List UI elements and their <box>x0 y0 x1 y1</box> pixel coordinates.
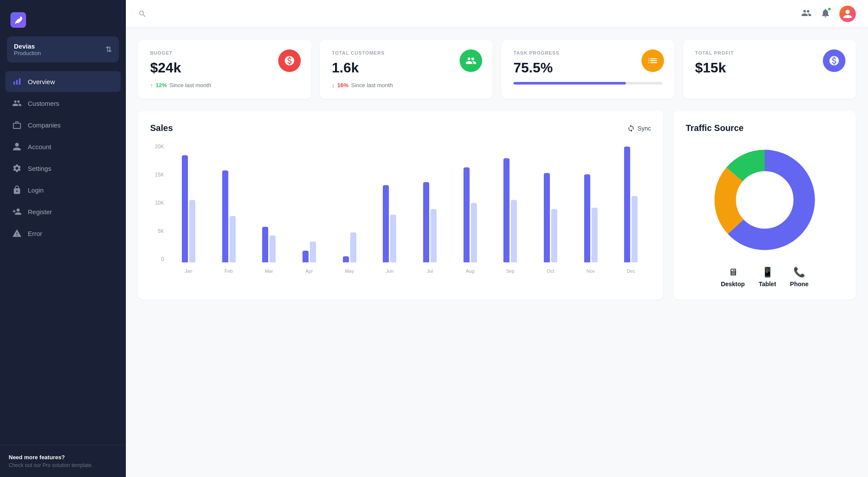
bar-group-aug: Aug <box>450 167 490 274</box>
bar-primary-jul <box>423 182 429 262</box>
bar-secondary-mar <box>270 235 276 262</box>
y-label-3: 5K <box>158 228 164 234</box>
bar-group-sep: Sep <box>490 158 530 274</box>
bar-secondary-feb <box>230 216 236 262</box>
user-icon <box>12 142 22 151</box>
bar-label-apr: Apr <box>306 268 313 274</box>
sidebar-item-overview[interactable]: Overview <box>5 71 121 92</box>
sidebar-item-error[interactable]: Error <box>5 223 121 244</box>
bar-primary-may <box>343 256 349 262</box>
budget-value: $24k <box>150 60 299 76</box>
bar-group-jun: Jun <box>369 185 410 274</box>
bottom-row: Sales Sync 20K 15K 10K 5K 0 JanFebMarApr… <box>138 111 856 300</box>
stat-card-task: TASK PROGRESS 75.5% <box>501 40 674 99</box>
tablet-icon: 📱 <box>762 267 773 278</box>
bar-label-nov: Nov <box>586 268 595 274</box>
legend-desktop-label: Desktop <box>721 281 745 288</box>
search-icon <box>138 10 147 18</box>
bar-label-may: May <box>345 268 354 274</box>
bar-primary-sep <box>503 158 510 262</box>
sidebar-nav: Overview Customers Companies Account Set… <box>0 71 126 445</box>
sidebar-item-settings[interactable]: Settings <box>5 158 121 179</box>
customers-change-value: 16% <box>337 82 349 88</box>
bar-secondary-may <box>350 232 356 262</box>
sidebar-item-login[interactable]: Login <box>5 180 121 200</box>
task-progress-bar <box>513 82 662 85</box>
stat-card-budget: BUDGET $24k ↑ 12% Since last month <box>138 40 311 99</box>
legend-tablet-label: Tablet <box>759 281 776 288</box>
stat-card-profit: TOTAL PROFIT $15k <box>683 40 856 99</box>
bar-label-jan: Jan <box>184 268 192 274</box>
bar-secondary-jun <box>390 215 396 262</box>
sync-label: Sync <box>638 125 651 132</box>
bar-group-mar: Mar <box>249 227 289 274</box>
donut-svg <box>708 144 821 256</box>
bar-group-feb: Feb <box>209 170 249 274</box>
task-progress-fill <box>513 82 626 85</box>
warning-icon <box>12 229 22 238</box>
y-label-1: 15K <box>155 172 164 178</box>
profit-value: $15k <box>695 60 844 76</box>
lock-icon <box>12 185 22 195</box>
sidebar-item-customers-label: Customers <box>28 100 59 107</box>
bar-primary-feb <box>222 170 228 262</box>
notifications-icon-btn[interactable] <box>820 8 831 20</box>
bar-group-jul: Jul <box>410 182 450 274</box>
main-content: BUDGET $24k ↑ 12% Since last month TOTAL… <box>126 0 868 477</box>
bar-secondary-dec <box>631 196 638 262</box>
profit-icon <box>823 49 845 72</box>
legend-phone-label: Phone <box>790 281 809 288</box>
bar-secondary-sep <box>511 200 517 262</box>
sidebar-item-login-label: Login <box>28 186 44 194</box>
topbar <box>126 0 868 28</box>
sidebar-item-companies[interactable]: Companies <box>5 114 121 135</box>
phone-icon: 📞 <box>793 267 805 278</box>
workspace-name: Devias <box>14 42 41 50</box>
sales-chart-title: Sales <box>150 123 173 133</box>
sales-chart-card: Sales Sync 20K 15K 10K 5K 0 JanFebMarApr… <box>138 111 663 300</box>
desktop-icon: 🖥 <box>728 267 738 278</box>
stats-row: BUDGET $24k ↑ 12% Since last month TOTAL… <box>138 40 856 99</box>
contacts-icon-btn[interactable] <box>801 8 812 20</box>
bar-primary-oct <box>544 173 550 262</box>
bar-group-nov: Nov <box>571 174 611 274</box>
bar-primary-jun <box>383 185 389 262</box>
sidebar-item-customers[interactable]: Customers <box>5 93 121 114</box>
bar-primary-mar <box>262 227 268 262</box>
search-area[interactable] <box>138 10 147 18</box>
customers-value: 1.6k <box>332 60 481 76</box>
bar-label-dec: Dec <box>627 268 635 274</box>
bar-secondary-jan <box>189 200 195 262</box>
customers-label: TOTAL CUSTOMERS <box>332 50 481 56</box>
bar-primary-aug <box>464 167 470 262</box>
sidebar-item-register[interactable]: Register <box>5 201 121 222</box>
legend-phone: 📞 Phone <box>790 267 809 288</box>
sidebar-item-account[interactable]: Account <box>5 136 121 157</box>
chart-header: Sales Sync <box>150 123 651 133</box>
page-content: BUDGET $24k ↑ 12% Since last month TOTAL… <box>126 28 868 477</box>
user-avatar[interactable] <box>839 6 856 22</box>
bar-group-apr: Apr <box>289 242 329 274</box>
sidebar: Devias Production ⇅ Overview Customers C… <box>0 0 126 477</box>
sidebar-brand <box>0 0 126 36</box>
bar-secondary-jul <box>431 209 437 262</box>
task-value: 75.5% <box>513 60 662 76</box>
adduser-icon <box>12 207 22 216</box>
sidebar-footer-title: Need more features? <box>9 454 117 461</box>
bar-secondary-apr <box>310 242 316 262</box>
gear-icon <box>12 163 22 173</box>
profit-label: TOTAL PROFIT <box>695 50 844 56</box>
budget-change-value: 12% <box>156 82 167 88</box>
bar-label-mar: Mar <box>265 268 273 274</box>
sync-button[interactable]: Sync <box>627 124 651 132</box>
bar-group-oct: Oct <box>530 173 571 274</box>
customers-change-arrow: ↓ <box>332 82 335 88</box>
svg-rect-1 <box>16 80 18 85</box>
budget-change-label: Since last month <box>170 82 211 88</box>
sidebar-logo <box>10 12 26 28</box>
budget-label: BUDGET <box>150 50 299 56</box>
task-icon <box>641 49 664 72</box>
stat-card-customers: TOTAL CUSTOMERS 1.6k ↓ 16% Since last mo… <box>320 40 493 99</box>
workspace-switcher[interactable]: Devias Production ⇅ <box>7 36 119 62</box>
customers-icon <box>460 49 482 72</box>
